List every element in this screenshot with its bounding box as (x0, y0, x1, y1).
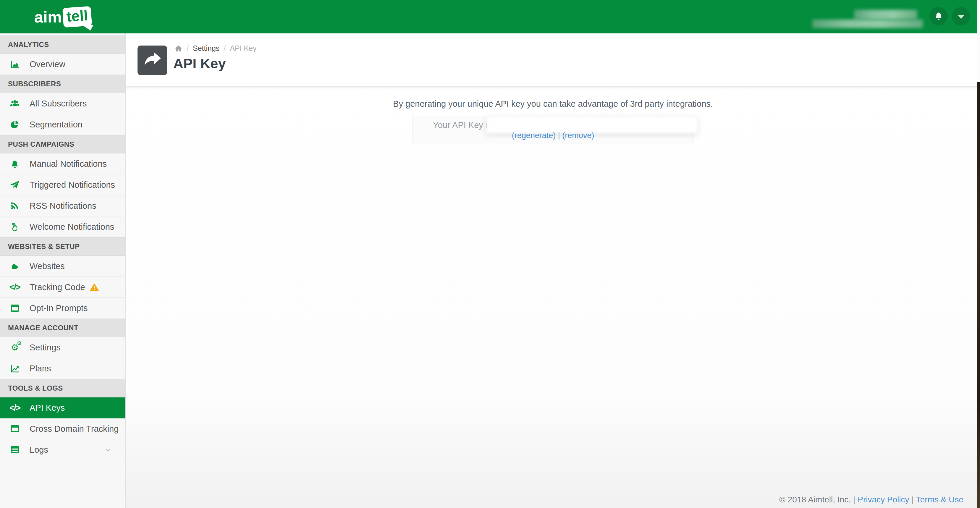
sidebar-item-label: Segmentation (30, 120, 83, 129)
sidebar-item-label: API Keys (30, 403, 65, 413)
footer: © 2018 Aimtell, Inc.|Privacy Policy|Term… (779, 495, 963, 505)
home-icon[interactable] (175, 45, 183, 53)
notifications-button[interactable] (929, 7, 948, 25)
top-bar: aim tell (0, 0, 980, 33)
bell-icon (934, 11, 943, 22)
sidebar-nav: ANALYTICSOverviewSUBSCRIBERSAll Subscrib… (0, 33, 126, 508)
footer-separator: | (909, 495, 916, 504)
api-key-actions: (regenerate) | (remove) (413, 131, 693, 140)
share-icon (143, 51, 161, 69)
sidebar-item-tracking-code[interactable]: </>Tracking Code (0, 277, 126, 298)
aimtell-logo[interactable]: aim tell (0, 0, 126, 33)
sidebar-section-header: MANAGE ACCOUNT (0, 319, 126, 337)
sidebar-item-rss-notifications[interactable]: RSS Notifications (0, 196, 126, 217)
breadcrumb-item-settings[interactable]: Settings (193, 44, 220, 53)
hand-peace-icon (9, 222, 21, 231)
breadcrumb-separator: / (186, 44, 189, 53)
copyright-text: © 2018 Aimtell, Inc. (779, 495, 851, 504)
sidebar-item-triggered-notifications[interactable]: Triggered Notifications (0, 174, 126, 196)
api-key-panel: Your API Key is: (regenerate) | (remove) (412, 116, 694, 144)
sidebar-section-header: PUSH CAMPAIGNS (0, 135, 126, 153)
page-icon-block (137, 46, 167, 75)
account-name-redacted (854, 10, 917, 20)
bell-icon (9, 159, 21, 169)
terms-link[interactable]: Terms & Use (916, 495, 963, 504)
sidebar-section-header: WEBSITES & SETUP (0, 237, 126, 256)
sidebar-item-label: RSS Notifications (30, 201, 96, 211)
sidebar-item-plans[interactable]: Plans (0, 358, 126, 379)
window-icon (9, 425, 21, 433)
sidebar-item-websites[interactable]: Websites (0, 256, 126, 277)
remove-link[interactable]: (remove) (562, 131, 594, 140)
user-menu-button[interactable] (952, 7, 970, 25)
chart-pie-icon (9, 120, 21, 129)
speech-bubble-tail (81, 24, 94, 30)
sidebar-item-label: Websites (30, 261, 65, 271)
footer-separator: | (851, 495, 858, 504)
window-icon (9, 304, 21, 312)
sidebar-item-label: Manual Notifications (30, 159, 107, 169)
users-icon (9, 99, 21, 108)
breadcrumb-item-api-key: API Key (230, 44, 256, 53)
sidebar-item-settings[interactable]: ⚙⚙Settings (0, 337, 126, 358)
code-icon: </> (9, 282, 21, 292)
intro-text: By generating your unique API key you ca… (126, 87, 980, 109)
page-title: API Key (173, 55, 226, 72)
sidebar-item-opt-in-prompts[interactable]: Opt-In Prompts (0, 298, 126, 319)
sidebar-item-label: Triggered Notifications (30, 180, 115, 190)
list-icon (9, 446, 21, 454)
sidebar-item-label: Settings (30, 343, 60, 352)
sidebar-item-cross-domain-tracking[interactable]: Cross Domain Tracking (0, 419, 126, 440)
logo-speech-bubble: tell (62, 6, 92, 27)
privacy-policy-link[interactable]: Privacy Policy (858, 495, 909, 504)
sidebar-item-label: Overview (30, 59, 65, 69)
sidebar-item-manual-notifications[interactable]: Manual Notifications (0, 153, 126, 174)
logo-text-tell: tell (62, 6, 92, 27)
sidebar-item-all-subscribers[interactable]: All Subscribers (0, 93, 126, 114)
scrollbar[interactable] (977, 82, 980, 508)
puzzle-icon (9, 261, 21, 271)
page-header: /Settings/API Key API Key (126, 33, 980, 86)
rss-icon (9, 201, 21, 210)
chevron-down-icon (104, 446, 112, 454)
chart-area-icon (9, 59, 21, 69)
sidebar-item-logs[interactable]: Logs (0, 440, 126, 460)
logo-text-aim: aim (34, 8, 62, 26)
sidebar-item-label: Welcome Notifications (30, 222, 114, 232)
breadcrumb-separator: / (224, 44, 226, 53)
sidebar-item-segmentation[interactable]: Segmentation (0, 114, 126, 135)
website-name-redacted (812, 19, 923, 28)
api-key-label: Your API Key is: (433, 120, 494, 130)
sidebar-item-label: Cross Domain Tracking (30, 424, 119, 434)
sidebar-item-welcome-notifications[interactable]: Welcome Notifications (0, 217, 126, 237)
chart-line-icon (9, 364, 21, 373)
sidebar-item-overview[interactable]: Overview (0, 54, 126, 75)
aimtell-dashboard: aim tell ANALYTICSOverviewSUBSCRIBERSAll… (0, 0, 980, 508)
sidebar-section-header: SUBSCRIBERS (0, 75, 126, 93)
sidebar-item-label: Plans (30, 364, 51, 373)
sidebar-section-header: ANALYTICS (0, 35, 126, 54)
caret-down-icon (958, 15, 964, 19)
sidebar-item-api-keys[interactable]: </>API Keys (0, 397, 126, 419)
paper-plane-icon (9, 180, 21, 190)
sidebar-item-label: Logs (30, 445, 48, 455)
main-area: /Settings/API Key API Key By generating … (126, 33, 980, 508)
cogs-icon: ⚙⚙ (9, 343, 21, 352)
breadcrumb: /Settings/API Key (175, 44, 257, 53)
code-icon: </> (9, 403, 21, 413)
content-area: By generating your unique API key you ca… (126, 86, 980, 508)
sidebar-item-label: Opt-In Prompts (30, 303, 88, 313)
actions-separator: | (558, 131, 560, 140)
sidebar-item-label: All Subscribers (30, 99, 87, 108)
sidebar-section-header: TOOLS & LOGS (0, 379, 126, 397)
warning-icon (90, 283, 99, 291)
sidebar-item-label: Tracking Code (30, 282, 85, 292)
regenerate-link[interactable]: (regenerate) (512, 131, 556, 140)
